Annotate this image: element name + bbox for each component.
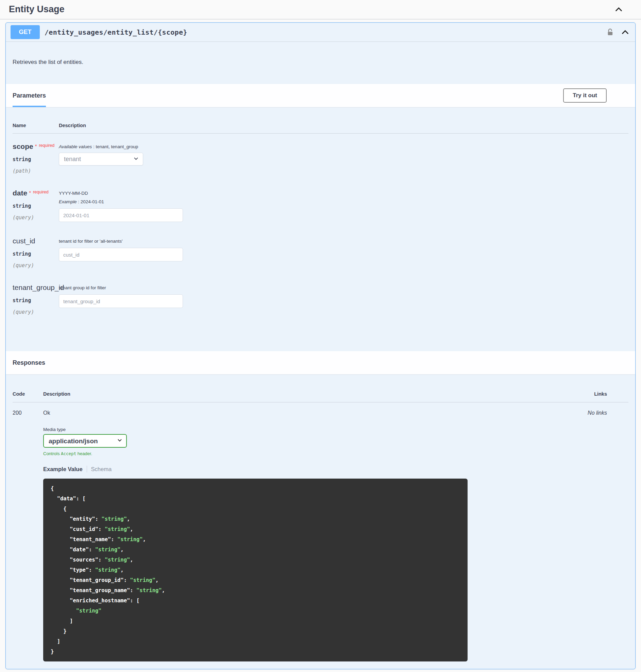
param-name-cell: tenant_group_id string (query) bbox=[13, 283, 59, 315]
operation-summary[interactable]: GET /entity_usages/entity_list/{scope} bbox=[6, 23, 635, 42]
tab-parameters: Parameters bbox=[13, 84, 46, 107]
operation-description: Retrieves the list of entities. bbox=[6, 42, 635, 84]
unlock-icon bbox=[606, 32, 614, 37]
param-type: string bbox=[13, 251, 59, 257]
param-description-cell: Available values : tenant, tenant_group … bbox=[59, 142, 628, 174]
response-links: No links bbox=[567, 410, 628, 661]
param-row-tenant-group-id: tenant_group_id string (query) tenant gr… bbox=[13, 275, 628, 321]
col-header-description: Description bbox=[59, 123, 628, 128]
tab-example-value[interactable]: Example Value bbox=[43, 466, 83, 473]
param-type: string bbox=[13, 203, 59, 209]
responses-table: Code Description Links 200 Ok Media type… bbox=[6, 374, 635, 669]
example-schema-tabs: Example Value Schema bbox=[43, 466, 567, 473]
param-name: scope* required bbox=[13, 142, 59, 151]
tenant-group-id-input[interactable] bbox=[59, 294, 183, 308]
parameters-section-header: Parameters Try it out bbox=[6, 84, 635, 107]
param-type: string bbox=[13, 297, 59, 304]
tab-divider bbox=[87, 466, 87, 473]
param-row-scope: scope* required string (path) Available … bbox=[13, 134, 628, 180]
param-row-date: date* required string (query) YYYY-MM-DD… bbox=[13, 180, 628, 228]
responses-title: Responses bbox=[13, 359, 45, 366]
required-marker: * required bbox=[35, 142, 55, 150]
date-format-line: YYYY-MM-DD bbox=[59, 191, 628, 196]
media-type-select-wrap: application/json bbox=[43, 434, 127, 448]
collapse-operation-button[interactable] bbox=[620, 27, 630, 37]
col-header-name: Name bbox=[13, 123, 59, 128]
col-header-description: Description bbox=[43, 391, 567, 397]
collapse-tag-button[interactable] bbox=[613, 4, 624, 15]
scope-select[interactable]: tenant bbox=[59, 153, 143, 166]
responses-table-head: Code Description Links bbox=[13, 384, 628, 403]
param-description-cell: YYYY-MM-DD Example : 2024-01-01 bbox=[59, 189, 628, 222]
response-code: 200 bbox=[13, 410, 43, 661]
example-line: Example : 2024-01-01 bbox=[59, 199, 628, 204]
param-name-cell: scope* required string (path) bbox=[13, 142, 59, 174]
media-type-label: Media type bbox=[43, 427, 567, 432]
param-location: (query) bbox=[13, 262, 59, 268]
param-description: tenant group id for filter bbox=[59, 285, 628, 290]
col-header-code: Code bbox=[13, 391, 43, 397]
method-badge: GET bbox=[11, 25, 40, 39]
example-code-block: { "data": [ { "entity": "string", "cust_… bbox=[43, 479, 467, 661]
opblock-get: GET /entity_usages/entity_list/{scope} R… bbox=[5, 23, 636, 669]
param-description-cell: tenant group id for filter bbox=[59, 283, 628, 315]
parameters-table-head: Name Description bbox=[13, 117, 628, 134]
param-location: (query) bbox=[13, 214, 59, 221]
param-row-cust-id: cust_id string (query) tenant id for fil… bbox=[13, 228, 628, 275]
param-name-cell: date* required string (query) bbox=[13, 189, 59, 222]
col-header-links: Links bbox=[567, 391, 628, 397]
accept-header-note: Controls Accept header. bbox=[43, 451, 567, 456]
responses-section-header: Responses bbox=[6, 351, 635, 374]
available-values-line: Available values : tenant, tenant_group bbox=[59, 144, 628, 149]
try-it-out-button[interactable]: Try it out bbox=[563, 88, 606, 103]
tag-section-header: Entity Usage bbox=[0, 0, 641, 19]
scope-select-wrap: tenant bbox=[59, 153, 143, 166]
date-input[interactable] bbox=[59, 208, 183, 222]
param-name: cust_id bbox=[13, 237, 59, 245]
response-description: Ok bbox=[43, 410, 567, 416]
response-description-cell: Ok Media type application/json Controls … bbox=[43, 410, 567, 661]
example-code: { "data": [ { "entity": "string", "cust_… bbox=[51, 484, 460, 657]
required-marker: * required bbox=[29, 189, 49, 197]
cust-id-input[interactable] bbox=[59, 248, 183, 261]
parameters-table: Name Description scope* required string … bbox=[6, 107, 635, 351]
media-type-select[interactable]: application/json bbox=[43, 434, 127, 448]
param-name: date* required bbox=[13, 189, 59, 197]
param-name: tenant_group_id bbox=[13, 283, 59, 292]
param-type: string bbox=[13, 156, 59, 163]
param-location: (query) bbox=[13, 309, 59, 315]
param-location: (path) bbox=[13, 168, 59, 174]
response-row-200: 200 Ok Media type application/json Contr… bbox=[13, 403, 628, 661]
param-description: tenant id for filter or 'all-tenants' bbox=[59, 239, 628, 244]
authorize-button[interactable] bbox=[605, 27, 615, 37]
endpoint-path: /entity_usages/entity_list/{scope} bbox=[44, 28, 187, 37]
param-description-cell: tenant id for filter or 'all-tenants' bbox=[59, 237, 628, 268]
chevron-up-icon bbox=[614, 10, 623, 15]
page-title: Entity Usage bbox=[9, 4, 613, 15]
param-name-cell: cust_id string (query) bbox=[13, 237, 59, 268]
chevron-up-icon bbox=[620, 33, 630, 38]
tab-schema[interactable]: Schema bbox=[91, 466, 112, 473]
